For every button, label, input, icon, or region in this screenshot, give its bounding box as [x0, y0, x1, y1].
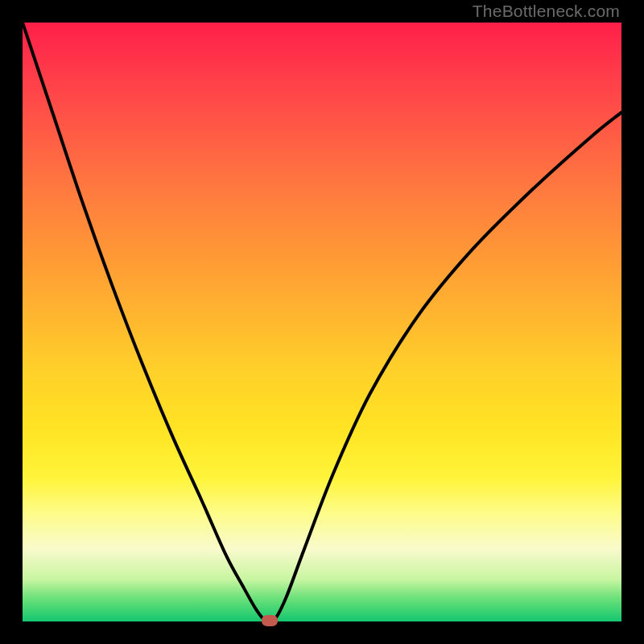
watermark-text: TheBottleneck.com	[473, 2, 620, 21]
bottleneck-curve	[23, 23, 621, 621]
chart-frame: TheBottleneck.com	[0, 0, 644, 644]
curve-path	[23, 23, 621, 621]
optimal-marker	[262, 615, 278, 626]
plot-area	[23, 23, 621, 621]
